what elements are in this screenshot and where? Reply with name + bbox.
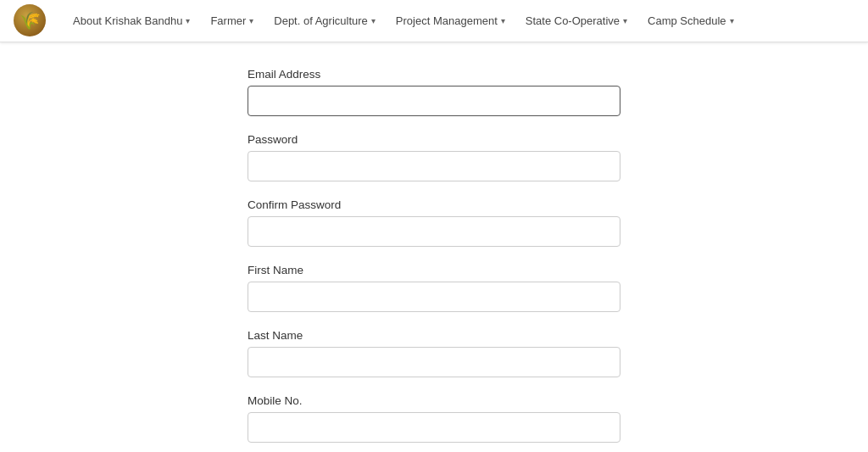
- nav-label-dept-agriculture: Dept. of Agriculture: [274, 14, 368, 27]
- logo-circle: 🌾: [14, 4, 46, 36]
- nav-item-about[interactable]: About Krishak Bandhu▾: [64, 9, 198, 32]
- chevron-icon-project-management: ▾: [501, 16, 505, 25]
- form-group-email: Email Address: [248, 68, 620, 116]
- form-group-last-name: Last Name: [248, 329, 620, 377]
- main-content: Email AddressPasswordConfirm PasswordFir…: [0, 42, 868, 452]
- form-group-confirm-password: Confirm Password: [248, 198, 620, 247]
- form-group-mobile: Mobile No.: [248, 394, 620, 443]
- registration-form: Email AddressPasswordConfirm PasswordFir…: [231, 59, 637, 452]
- nav-label-state-cooperative: State Co-Operative: [526, 14, 620, 27]
- form-group-first-name: First Name: [248, 264, 620, 312]
- label-last-name: Last Name: [248, 329, 620, 342]
- label-email: Email Address: [248, 68, 620, 81]
- nav-menu: About Krishak Bandhu▾Farmer▾Dept. of Agr…: [64, 9, 743, 32]
- nav-label-farmer: Farmer: [210, 14, 246, 27]
- nav-item-farmer[interactable]: Farmer▾: [202, 9, 262, 32]
- nav-item-camp-schedule[interactable]: Camp Schedule▾: [639, 9, 743, 32]
- label-first-name: First Name: [248, 264, 620, 276]
- navbar: 🌾 About Krishak Bandhu▾Farmer▾Dept. of A…: [0, 0, 868, 42]
- nav-label-camp-schedule: Camp Schedule: [648, 14, 726, 27]
- nav-item-project-management[interactable]: Project Management▾: [387, 9, 514, 32]
- input-mobile[interactable]: [248, 412, 620, 443]
- input-confirm-password[interactable]: [248, 216, 620, 247]
- nav-label-about: About Krishak Bandhu: [73, 14, 182, 27]
- nav-item-dept-agriculture[interactable]: Dept. of Agriculture▾: [265, 9, 384, 32]
- label-mobile: Mobile No.: [248, 394, 620, 407]
- site-logo: 🌾: [14, 4, 47, 38]
- label-password: Password: [248, 133, 620, 146]
- chevron-icon-state-cooperative: ▾: [623, 16, 627, 25]
- form-group-password: Password: [248, 133, 620, 181]
- chevron-icon-farmer: ▾: [249, 16, 253, 25]
- nav-item-state-cooperative[interactable]: State Co-Operative▾: [517, 9, 636, 32]
- label-confirm-password: Confirm Password: [248, 198, 620, 211]
- nav-label-project-management: Project Management: [396, 14, 498, 27]
- chevron-icon-dept-agriculture: ▾: [371, 16, 376, 25]
- chevron-icon-about: ▾: [186, 16, 190, 25]
- chevron-icon-camp-schedule: ▾: [730, 16, 734, 25]
- input-email[interactable]: [248, 86, 620, 116]
- input-last-name[interactable]: [248, 347, 620, 377]
- input-first-name[interactable]: [248, 282, 620, 312]
- input-password[interactable]: [248, 151, 620, 181]
